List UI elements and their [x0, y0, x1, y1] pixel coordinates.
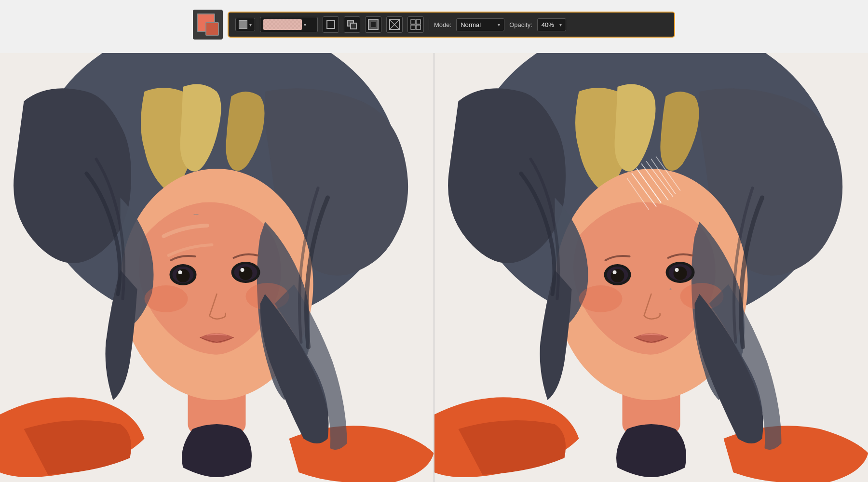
toolbar-separator	[429, 19, 429, 30]
mode-dropdown[interactable]: Normal ▾	[456, 18, 504, 31]
mode-chevron: ▾	[498, 22, 500, 27]
grid-tool-icon	[410, 19, 421, 30]
rect-tool-icon	[326, 20, 336, 29]
svg-point-40	[579, 285, 623, 312]
rect-tool-button[interactable]	[323, 16, 339, 33]
frame-tool-button[interactable]	[386, 16, 403, 33]
svg-point-24	[145, 285, 188, 312]
mode-value: Normal	[461, 21, 481, 28]
main-toolbar: ▾ ▾	[228, 12, 675, 38]
right-artwork	[434, 53, 868, 482]
svg-rect-4	[371, 22, 376, 27]
svg-point-49	[670, 288, 672, 290]
color-preview-chevron: ▾	[304, 22, 306, 27]
stacked-rect-icon	[347, 19, 357, 30]
svg-point-18	[176, 269, 190, 282]
color-preview-swatch	[263, 19, 302, 30]
svg-rect-11	[416, 25, 420, 29]
mask-tool-icon	[368, 19, 379, 30]
color-swatch-widget[interactable]	[193, 10, 223, 40]
svg-point-19	[178, 270, 182, 274]
svg-point-23	[241, 268, 244, 272]
svg-point-34	[611, 269, 624, 282]
brush-shape-dropdown[interactable]: ▾	[235, 18, 255, 31]
mask-tool-button[interactable]	[365, 16, 381, 33]
grid-tool-button[interactable]	[407, 16, 424, 33]
svg-rect-9	[416, 20, 420, 24]
opacity-label: Opacity:	[509, 21, 532, 28]
canvas-area	[0, 53, 868, 482]
svg-rect-0	[327, 21, 335, 28]
mode-label: Mode:	[434, 21, 451, 28]
svg-point-35	[613, 270, 617, 274]
brush-shape-preview	[239, 20, 247, 29]
left-artwork-panel[interactable]	[0, 53, 434, 482]
color-preview-dropdown[interactable]: ▾	[260, 17, 318, 32]
stacked-rect-button[interactable]	[344, 16, 360, 33]
opacity-chevron: ▾	[559, 22, 562, 27]
brush-shape-chevron: ▾	[249, 22, 252, 27]
svg-rect-2	[351, 23, 356, 29]
opacity-dropdown[interactable]: 40% ▾	[537, 18, 566, 31]
frame-tool-icon	[389, 19, 400, 30]
left-artwork	[0, 53, 434, 482]
svg-rect-10	[411, 25, 415, 29]
svg-point-39	[675, 268, 679, 272]
opacity-value: 40%	[542, 21, 554, 28]
background-color[interactable]	[205, 22, 219, 36]
right-artwork-panel[interactable]	[434, 53, 868, 482]
svg-rect-8	[411, 20, 415, 24]
